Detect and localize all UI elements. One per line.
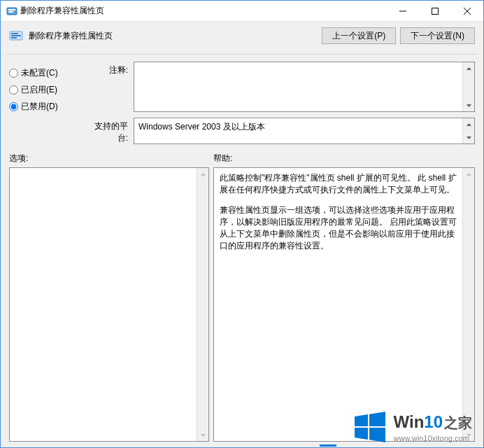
config-area: 未配置(C) 已启用(E) 已禁用(D) 注释: [1,62,483,151]
svg-rect-9 [11,35,21,36]
radio-enabled-input[interactable] [9,85,18,94]
help-scrollbar[interactable] [462,168,474,441]
next-setting-button[interactable]: 下一个设置(N) [400,27,475,44]
comment-row: 注释: [85,62,475,112]
svg-marker-14 [467,136,471,139]
watermark-num: 10 [424,412,443,432]
watermark-title: Win10之家 [394,412,472,433]
radio-disabled[interactable]: 已禁用(D) [9,98,76,115]
dialog-body: 删除程序兼容性属性页 上一个设置(P) 下一个设置(N) 未配置(C) 已启用(… [1,22,483,447]
svg-marker-15 [201,173,206,176]
comment-scrollbar[interactable] [462,62,474,111]
svg-marker-20 [369,412,385,426]
app-icon [6,6,17,17]
help-panel[interactable]: 此策略控制"程序兼容性"属性页 shell 扩展的可见性。 此 shell 扩展… [213,167,475,442]
radio-enabled-label: 已启用(E) [21,84,57,96]
radio-disabled-input[interactable] [9,102,18,111]
watermark-suffix: 之家 [444,414,472,433]
svg-marker-17 [467,173,471,176]
comment-label: 注释: [85,62,129,76]
svg-rect-8 [11,33,18,34]
window-title: 删除程序兼容性属性页 [17,5,387,17]
svg-rect-1 [8,9,15,10]
svg-rect-10 [11,37,17,38]
header-row: 删除程序兼容性属性页 上一个设置(P) 下一个设置(N) [1,22,483,54]
divider [6,54,478,55]
lower-labels: 选项: 帮助: [9,151,475,167]
help-label: 帮助: [213,153,232,164]
scroll-up-icon[interactable] [463,118,474,130]
radio-not-configured-label: 未配置(C) [21,67,58,79]
scroll-down-icon[interactable] [463,132,474,144]
platform-textarea[interactable]: Windows Server 2003 及以上版本 [134,118,475,144]
platform-scrollbar[interactable] [462,118,474,144]
svg-marker-11 [467,67,471,70]
platform-label: 支持的平台: [85,118,129,144]
options-panel[interactable] [9,167,209,442]
svg-rect-4 [432,8,439,14]
panels: 此策略控制"程序兼容性"属性页 shell 扩展的可见性。 此 shell 扩展… [9,167,475,442]
focus-indicator [320,444,336,447]
dialog-window: 删除程序兼容性属性页 [0,0,484,448]
options-label: 选项: [9,153,213,164]
svg-rect-2 [8,11,13,13]
svg-marker-21 [355,428,368,440]
svg-marker-13 [467,123,471,126]
radio-enabled[interactable]: 已启用(E) [9,81,76,98]
radio-group: 未配置(C) 已启用(E) 已禁用(D) [9,62,76,144]
maximize-button[interactable] [419,1,451,21]
scroll-up-icon[interactable] [197,168,208,180]
platform-row: 支持的平台: Windows Server 2003 及以上版本 [85,118,475,144]
watermark: Win10之家 www.win10xitong.com [352,410,472,444]
scroll-up-icon[interactable] [463,168,474,180]
policy-icon [9,29,23,43]
svg-marker-19 [355,414,368,426]
window-buttons [387,1,483,21]
scroll-down-icon[interactable] [197,429,208,441]
svg-marker-22 [369,428,385,442]
options-scrollbar[interactable] [197,168,208,441]
minimize-button[interactable] [387,1,419,21]
prev-setting-button[interactable]: 上一个设置(P) [322,27,396,44]
svg-marker-16 [201,434,206,437]
close-button[interactable] [451,1,483,21]
help-paragraph-1: 此策略控制"程序兼容性"属性页 shell 扩展的可见性。 此 shell 扩展… [220,172,459,196]
radio-not-configured-input[interactable] [9,69,18,78]
watermark-url: www.win10xitong.com [394,434,469,442]
platform-value: Windows Server 2003 及以上版本 [138,122,265,132]
scroll-down-icon[interactable] [463,99,474,111]
watermark-prefix: Win [394,412,425,432]
header-subtitle: 删除程序兼容性属性页 [29,30,113,42]
radio-disabled-label: 已禁用(D) [21,101,58,113]
svg-marker-12 [467,104,471,107]
comment-textarea[interactable] [134,62,475,112]
scroll-up-icon[interactable] [463,62,474,74]
radio-not-configured[interactable]: 未配置(C) [9,64,76,81]
lower-area: 选项: 帮助: 此策略控制"程序兼容性"属性页 shell 扩展的可见性。 此 … [1,151,483,447]
windows-logo-icon [352,410,387,444]
titlebar: 删除程序兼容性属性页 [1,1,483,22]
help-paragraph-2: 兼容性属性页显示一组选项，可以选择这些选项并应用于应用程序，以解决影响旧版应用程… [220,204,459,252]
fields-column: 注释: 支持的平台: Windows Server 2003 及以上版本 [85,62,475,144]
